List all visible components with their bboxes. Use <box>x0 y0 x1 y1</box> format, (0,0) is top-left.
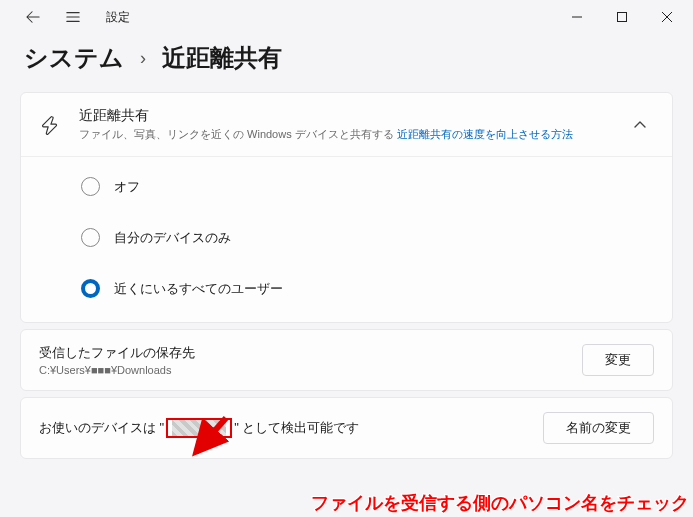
share-icon <box>39 114 61 136</box>
share-options: オフ 自分のデバイスのみ 近くにいるすべてのユーザー <box>21 156 672 322</box>
hamburger-icon <box>66 10 80 24</box>
chevron-right-icon: › <box>140 48 146 69</box>
option-everyone-label: 近くにいるすべてのユーザー <box>114 280 283 298</box>
device-name-highlight <box>166 418 232 439</box>
nearby-share-header[interactable]: 近距離共有 ファイル、写真、リンクを近くの Windows デバイスと共有する … <box>21 93 672 156</box>
save-location-title: 受信したファイルの保存先 <box>39 344 582 362</box>
option-my-devices[interactable]: 自分のデバイスのみ <box>21 212 672 263</box>
breadcrumb-current: 近距離共有 <box>162 42 282 74</box>
nearby-share-title: 近距離共有 <box>79 107 608 125</box>
option-my-devices-label: 自分のデバイスのみ <box>114 229 231 247</box>
nearby-share-card: 近距離共有 ファイル、写真、リンクを近くの Windows デバイスと共有する … <box>20 92 673 323</box>
maximize-button[interactable] <box>599 1 644 33</box>
minimize-button[interactable] <box>554 1 599 33</box>
menu-button[interactable] <box>62 6 84 28</box>
option-off-label: オフ <box>114 178 140 196</box>
chevron-up-icon <box>634 119 646 131</box>
annotation-text: ファイルを受信する側のパソコン名をチェック <box>311 491 689 515</box>
speed-tips-link[interactable]: 近距離共有の速度を向上させる方法 <box>397 128 573 140</box>
save-location-card: 受信したファイルの保存先 C:¥Users¥■■■¥Downloads 変更 <box>20 329 673 391</box>
nearby-share-desc: ファイル、写真、リンクを近くの Windows デバイスと共有する 近距離共有の… <box>79 127 608 142</box>
svg-rect-0 <box>617 13 626 22</box>
collapse-button[interactable] <box>626 111 654 139</box>
back-button[interactable] <box>22 6 44 28</box>
option-off[interactable]: オフ <box>21 161 672 212</box>
back-arrow-icon <box>26 10 40 24</box>
breadcrumb: システム › 近距離共有 <box>0 34 693 92</box>
rename-button[interactable]: 名前の変更 <box>543 412 654 444</box>
close-icon <box>662 12 672 22</box>
app-title: 設定 <box>106 9 130 26</box>
redacted-name <box>172 420 226 436</box>
change-location-button[interactable]: 変更 <box>582 344 654 376</box>
radio-selected-icon <box>81 279 100 298</box>
minimize-icon <box>572 12 582 22</box>
device-name-text: お使いのデバイスは "" として検出可能です <box>39 418 543 439</box>
device-name-card: お使いのデバイスは "" として検出可能です 名前の変更 <box>20 397 673 459</box>
radio-icon <box>81 228 100 247</box>
option-everyone[interactable]: 近くにいるすべてのユーザー <box>21 263 672 314</box>
save-location-path: C:¥Users¥■■■¥Downloads <box>39 364 582 376</box>
maximize-icon <box>617 12 627 22</box>
breadcrumb-parent[interactable]: システム <box>24 42 124 74</box>
close-button[interactable] <box>644 1 689 33</box>
radio-icon <box>81 177 100 196</box>
